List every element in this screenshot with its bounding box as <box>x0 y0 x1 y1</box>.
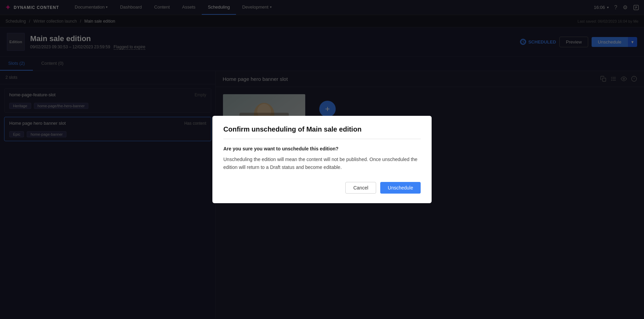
confirm-modal: Confirm unscheduling of Main sale editio… <box>212 116 432 203</box>
cancel-button[interactable]: Cancel <box>345 182 376 194</box>
modal-body: Unscheduling the edition will mean the c… <box>223 156 421 171</box>
confirm-unschedule-button[interactable]: Unschedule <box>380 182 421 194</box>
modal-question: Are you sure you want to unschedule this… <box>223 146 421 151</box>
modal-overlay[interactable]: Confirm unscheduling of Main sale editio… <box>0 0 644 319</box>
modal-actions: Cancel Unschedule <box>223 182 421 194</box>
modal-title: Confirm unscheduling of Main sale editio… <box>223 125 421 139</box>
